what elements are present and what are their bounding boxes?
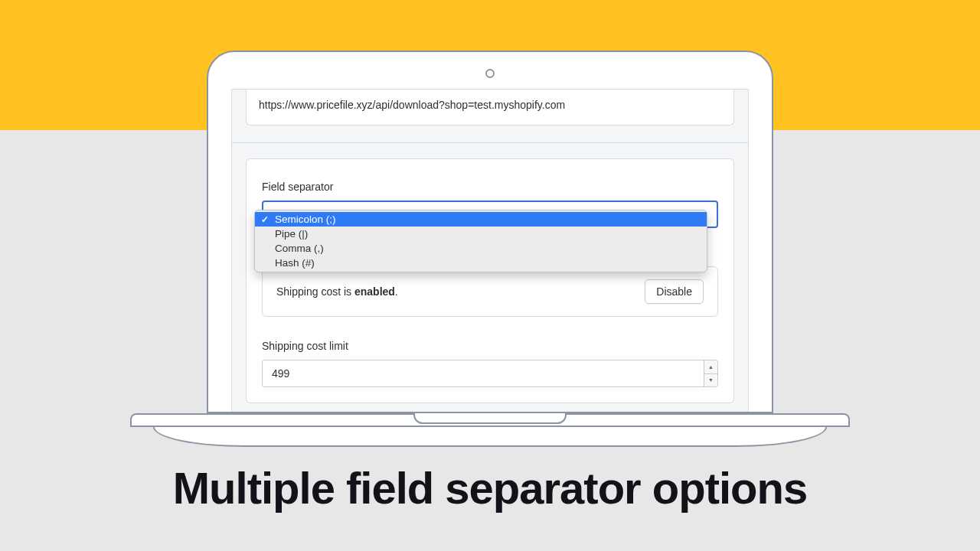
option-label: Comma (,) — [275, 243, 324, 254]
option-pipe[interactable]: Pipe (|) — [255, 227, 707, 241]
settings-card: Field separator Semicolon (;) Pipe (|) — [246, 158, 734, 403]
section-divider — [232, 142, 748, 143]
option-label: Hash (#) — [275, 257, 315, 269]
shipping-limit-field: ▲ ▼ — [262, 360, 718, 387]
download-url-value[interactable]: https://www.pricefile.xyz/api/download?s… — [259, 99, 721, 111]
marketing-headline: Multiple field separator options — [0, 462, 980, 514]
disable-button[interactable]: Disable — [645, 279, 704, 304]
shipping-limit-input[interactable] — [263, 360, 704, 386]
laptop-base-bottom — [153, 427, 827, 447]
laptop-base-top — [130, 413, 850, 427]
shipping-status-suffix: . — [395, 285, 398, 298]
field-separator-dropdown[interactable]: Semicolon (;) Pipe (|) Comma (,) Hash (#… — [254, 210, 707, 272]
shipping-cost-status: Shipping cost is enabled. — [276, 285, 398, 298]
trackpad-notch — [413, 413, 567, 424]
shipping-cost-card: Shipping cost is enabled. Disable — [262, 266, 718, 317]
shipping-limit-label: Shipping cost limit — [262, 340, 718, 352]
camera-icon — [485, 69, 495, 78]
step-up-icon[interactable]: ▲ — [704, 360, 717, 373]
option-hash[interactable]: Hash (#) — [255, 256, 707, 270]
shipping-status-state: enabled — [354, 285, 395, 298]
step-down-icon[interactable]: ▼ — [704, 373, 717, 387]
laptop-base — [130, 413, 850, 448]
option-label: Semicolon (;) — [275, 214, 336, 225]
field-separator-select-wrap: Semicolon (;) Pipe (|) Comma (,) Hash (#… — [262, 201, 718, 228]
laptop-frame: https://www.pricefile.xyz/api/download?s… — [207, 51, 773, 413]
option-label: Pipe (|) — [275, 228, 308, 240]
app-viewport: https://www.pricefile.xyz/api/download?s… — [231, 89, 749, 412]
field-separator-label: Field separator — [262, 181, 718, 193]
quantity-stepper: ▲ ▼ — [704, 360, 717, 386]
laptop-screen: https://www.pricefile.xyz/api/download?s… — [207, 51, 773, 413]
option-comma[interactable]: Comma (,) — [255, 241, 707, 256]
shipping-status-prefix: Shipping cost is — [276, 285, 354, 298]
option-semicolon[interactable]: Semicolon (;) — [255, 212, 707, 227]
download-url-card: https://www.pricefile.xyz/api/download?s… — [246, 90, 734, 126]
